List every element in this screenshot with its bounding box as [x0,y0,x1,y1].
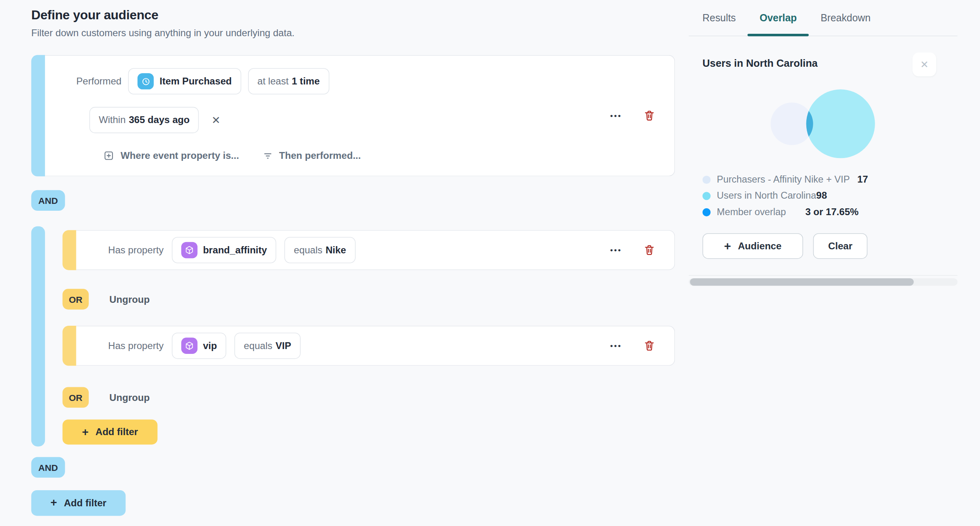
plus-square-icon [103,150,115,161]
operator: equals [244,340,273,351]
plus-icon: + [82,425,88,439]
results-panel: Results Overlap Breakdown Users in North… [689,0,957,526]
overlap-venn-diagram [764,86,914,163]
event-filter-card-body: Performed Item Purchased at least 1 time… [45,55,675,177]
or-group: Has property brand_affinity equals Nike … [31,226,675,446]
more-options-icon[interactable]: ••• [610,246,622,255]
legend-row: Member overlap 3 or 17.65% [703,204,868,220]
delete-filter-icon[interactable] [643,244,656,256]
group-add-filter-button[interactable]: + Add filter [62,419,157,444]
legend-label: Users in North Carolina [717,190,816,201]
clear-button[interactable]: Clear [813,233,867,259]
event-group-color-bar [31,55,45,177]
property-pill[interactable]: vip [172,333,226,359]
property-pill[interactable]: brand_affinity [172,237,276,263]
panel-actions: + Audience Clear [703,233,867,259]
performed-label: Performed [76,76,122,87]
property-filter-card-body: Has property vip equals VIP ••• [76,326,675,366]
cube-icon [181,338,197,354]
venn-right-circle [806,89,875,158]
time-window-value: 365 days ago [129,115,189,126]
then-performed-link[interactable]: Then performed... [262,150,361,161]
has-property-label: Has property [108,340,164,351]
frequency-value: 1 time [292,76,320,87]
legend-value: 17 [857,174,868,185]
value: VIP [275,340,291,351]
has-property-label: Has property [108,245,164,256]
audience-builder-page: Define your audience Filter down custome… [0,0,980,526]
overlap-legend: Purchasers - Affinity Nike + VIP 17 User… [703,171,868,220]
ungroup-link[interactable]: Ungroup [109,392,150,403]
legend-dot [703,175,711,183]
and-connector-badge[interactable]: AND [31,190,65,211]
event-pill[interactable]: Item Purchased [128,68,241,94]
operator: equals [294,245,322,256]
or-connector-row: OR Ungroup [62,289,150,309]
or-connector-badge[interactable]: OR [62,387,88,407]
delete-filter-icon[interactable] [643,109,656,122]
where-event-property-link[interactable]: Where event property is... [103,150,239,161]
horizontal-scrollbar-thumb[interactable] [690,278,914,286]
panel-divider [689,275,957,276]
legend-row: Users in North Carolina 98 [703,187,868,203]
add-audience-label: Audience [738,240,781,252]
tab-overlap[interactable]: Overlap [748,0,809,36]
overlap-audience-title: Users in North Carolina [703,58,818,70]
root-add-filter-button[interactable]: + Add filter [31,490,126,516]
value: Nike [326,245,346,256]
operator-value-pill[interactable]: equals VIP [234,333,300,359]
more-options-icon[interactable]: ••• [610,341,622,350]
legend-dot [703,192,711,200]
time-window-pill[interactable]: Within 365 days ago [89,107,199,133]
add-audience-button[interactable]: + Audience [703,233,803,259]
legend-value: 98 [816,190,827,201]
more-options-icon[interactable]: ••• [610,111,622,120]
remove-time-window-icon[interactable]: ✕ [211,115,220,125]
page-title: Define your audience [31,8,158,23]
tab-breakdown[interactable]: Breakdown [809,0,883,36]
legend-dot [703,208,711,216]
property-filter-card: Has property vip equals VIP ••• [62,326,675,366]
legend-label: Member overlap [717,206,786,218]
operator-value-pill[interactable]: equals Nike [285,237,355,263]
or-connector-row: OR Ungroup [62,387,150,407]
and-connector-badge[interactable]: AND [31,457,65,478]
delete-filter-icon[interactable] [643,339,656,352]
page-subtitle: Filter down customers using anything in … [31,27,295,39]
legend-row: Purchasers - Affinity Nike + VIP 17 [703,171,868,187]
plus-icon: + [724,239,731,253]
plus-icon: + [51,497,57,510]
event-filter-card: Performed Item Purchased at least 1 time… [31,55,675,177]
legend-label: Purchasers - Affinity Nike + VIP [717,174,850,185]
cube-icon [181,242,197,258]
clear-label: Clear [828,240,852,252]
property-filter-card-body: Has property brand_affinity equals Nike … [76,230,675,270]
legend-value: 3 or 17.65% [805,206,859,218]
or-connector-badge[interactable]: OR [62,289,88,309]
tab-results[interactable]: Results [691,0,748,36]
time-window-prefix: Within [99,115,126,126]
property-name: brand_affinity [203,245,267,256]
frequency-prefix: at least [257,76,289,87]
frequency-pill[interactable]: at least 1 time [248,68,329,94]
ungroup-link[interactable]: Ungroup [109,294,150,305]
property-filter-card: Has property brand_affinity equals Nike … [62,230,675,270]
root-add-filter-label: Add filter [64,497,107,509]
close-icon[interactable]: ✕ [912,53,936,76]
filter-color-bar [62,230,76,270]
clock-icon [138,73,154,89]
panel-tabs: Results Overlap Breakdown [689,0,957,36]
property-name: vip [203,340,217,351]
or-group-color-bar [31,226,45,446]
event-name: Item Purchased [160,76,232,87]
group-add-filter-label: Add filter [95,426,138,438]
filter-color-bar [62,326,76,366]
filter-icon [262,150,273,161]
